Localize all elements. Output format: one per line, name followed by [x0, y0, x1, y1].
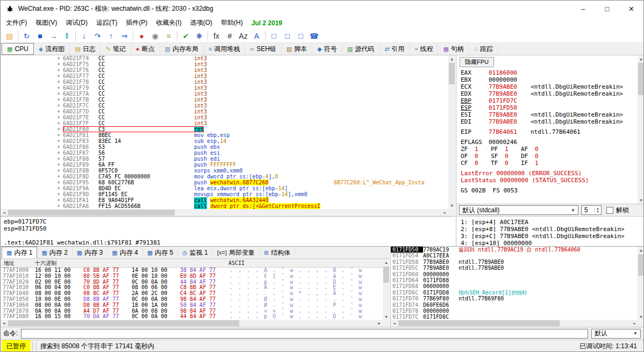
restart-button[interactable]: ↻	[20, 30, 33, 42]
command-input[interactable]	[21, 329, 588, 339]
breakpoint-dot[interactable]: ●	[54, 203, 63, 209]
scroll-right-icon[interactable]: ►	[441, 209, 448, 216]
tab-struct[interactable]: ⊞结构体	[260, 247, 295, 258]
disasm-row[interactable]: ●6AD21FA6FF15 ACD5566Bcall dword ptr ds:…	[1, 203, 448, 209]
breakpoint-dot[interactable]: ●	[54, 79, 63, 85]
stepper-arrows-icon[interactable]: ▲▼	[594, 207, 601, 213]
scrollbar-thumb[interactable]	[398, 320, 560, 326]
disasm-row[interactable]: ●6AD21F8B0F57C0xorps xmm0,xmm0	[1, 168, 448, 174]
menu-item[interactable]: 视图(V)	[31, 17, 61, 29]
breakpoint-dot[interactable]: ●	[54, 126, 63, 132]
register-line[interactable]: ZF1PF1AF0	[461, 146, 636, 153]
stack-row[interactable]: 0171FD5077B9AC19返回到 ntdll.77B9AC19 自 ntd…	[391, 247, 638, 253]
scroll-up-icon[interactable]: ▲	[638, 55, 644, 62]
menu-item[interactable]: 追踪(T)	[92, 17, 121, 29]
register-line[interactable]: EDX77B9ABE0<ntdll.DbgUiRemoteBreakin>	[461, 90, 636, 97]
minimize-button[interactable]: –	[571, 1, 595, 17]
disasm-row[interactable]: ●6AD21F78CCint3	[1, 79, 448, 85]
scroll-up-icon[interactable]: ▲	[383, 259, 390, 266]
unlock-checkbox[interactable]	[606, 207, 613, 214]
breakpoint-dot[interactable]: ●	[54, 114, 63, 120]
disasm-row[interactable]: ●6AD21F9D0F1145 ECmovups xmmword ptr ss:…	[1, 191, 448, 197]
breakpoint-dot[interactable]: ●	[54, 168, 63, 174]
tab-dump-3[interactable]: ▦内存 3	[73, 247, 108, 258]
stack-row[interactable]: 0171FD7800000000	[391, 308, 638, 314]
disasm-row[interactable]: ●6AD21F7ECCint3	[1, 114, 448, 120]
scroll-up-icon[interactable]: ▲	[638, 247, 644, 254]
tab-trace[interactable]: ∴跟踪	[469, 43, 498, 55]
menu-item[interactable]: 调试(D)	[61, 17, 92, 29]
tab-dump-4[interactable]: ▦内存 4	[108, 247, 142, 258]
register-line[interactable]: ECX77B9ABE0<ntdll.DbgUiRemoteBreakin>	[461, 83, 636, 90]
tab-handles[interactable]: ▦句柄	[438, 43, 469, 55]
disasm-row[interactable]: ●6AD21FA1E8 9A04D1FFcall wechatwin.6AA32…	[1, 197, 448, 203]
menu-item[interactable]: 帮助(H)	[217, 17, 247, 29]
register-line[interactable]: EIP77B64061ntdll.77B64061	[461, 128, 636, 135]
disasm-vertical-scrollbar[interactable]: ▲ ▼	[448, 55, 455, 209]
memory-vertical-scrollbar[interactable]: ▲ ▼	[383, 259, 390, 320]
run-to-user-code-button[interactable]: ⇒	[118, 30, 131, 42]
breakpoint-dot[interactable]: ●	[54, 61, 63, 67]
disasm-row[interactable]: ●6AD21F8DC745 FC 00000000mov dword ptr s…	[1, 174, 448, 179]
memory-row[interactable]: 77AF106008 00 0A 00D8 8B AF 7718 00 1A 0…	[1, 303, 390, 308]
disasm-row[interactable]: ●6AD21F7BCCint3	[1, 97, 448, 103]
breakpoint-dot[interactable]: ●	[54, 103, 63, 109]
stack-horizontal-scrollbar[interactable]: ◄ ►	[391, 320, 638, 327]
disasm-row[interactable]: ●6AD21F77CCint3	[1, 73, 448, 79]
disasm-row[interactable]: ●6AD21F7DCCint3	[1, 109, 448, 114]
argument-count-stepper[interactable]: 5 ▲▼	[581, 205, 602, 215]
stack-row[interactable]: 0171FD7077B69F80ntdll.77B69F80	[391, 296, 638, 301]
disasm-row[interactable]: ●6AD21F7ACCint3	[1, 91, 448, 97]
close-button[interactable]: ✕	[619, 1, 643, 17]
scrollbar-thumb[interactable]	[638, 63, 644, 95]
hide-fpu-button[interactable]: 隐藏FPU	[460, 57, 494, 67]
registers-scrollbar[interactable]: ▲ ▼	[638, 55, 644, 204]
menu-item[interactable]: 插件(P)	[121, 17, 152, 29]
breakpoint-dot[interactable]: ●	[54, 132, 63, 138]
argument-line[interactable]: 2: [esp+8] 77B9ABE0 <ntdll.DbgUiRemoteBr…	[461, 226, 638, 233]
argument-line[interactable]: 1: [esp+4] A0C17EEA	[461, 219, 638, 226]
disasm-horizontal-scrollbar[interactable]: ◄ ►	[1, 209, 448, 216]
tab-dump-2[interactable]: ▦内存 2	[37, 247, 72, 258]
tab-breakpoints[interactable]: ●断点	[131, 43, 160, 55]
register-line[interactable]: LastError 00000000 (ERROR_SUCCESS)	[461, 170, 636, 177]
breakpoint-dot[interactable]: ●	[54, 150, 63, 156]
register-line[interactable]: EBX00000000	[461, 76, 636, 83]
stack-row[interactable]: 0171FD74D60FE6D6	[391, 302, 638, 308]
disasm-row[interactable]: ●6AD21F80C3ret	[1, 126, 448, 132]
breakpoint-dot[interactable]: ●	[54, 138, 63, 144]
breakpoint-dot[interactable]: ●	[54, 185, 63, 191]
disasm-row[interactable]: ●6AD21F9568 60C2776Bpush wechatwin.6B77C…	[1, 179, 448, 185]
register-line[interactable]: ESI77B9ABE0<ntdll.DbgUiRemoteBreakin>	[461, 111, 636, 118]
disasm-row[interactable]: ●6AD21F8756push esi	[1, 150, 448, 156]
maximize-button[interactable]: □	[595, 1, 619, 17]
disasm-row[interactable]: ●6AD21F8653push ebx	[1, 144, 448, 150]
scroll-right-icon[interactable]: ►	[376, 320, 383, 327]
scrollbar-thumb[interactable]	[638, 254, 644, 276]
menu-item[interactable]: 文件(F)	[2, 17, 31, 29]
tab-references[interactable]: ⇄引用	[380, 43, 410, 55]
tab-graph[interactable]: ◈流程图	[34, 43, 70, 55]
tab-call-stack[interactable]: ≡调用堆栈	[204, 43, 245, 55]
scroll-up-icon[interactable]: ▲	[448, 55, 455, 62]
scrollbar-thumb[interactable]	[8, 210, 175, 215]
breakpoint-dot[interactable]: ●	[54, 85, 63, 91]
disasm-row[interactable]: ●6AD21F75CCint3	[1, 61, 448, 67]
register-line[interactable]: EDI77B9ABE0<ntdll.DbgUiRemoteBreakin>	[461, 118, 636, 125]
tab-dump-1[interactable]: ▦内存 1	[2, 247, 37, 258]
stack-row[interactable]: 0171FD54A0C17EEA	[391, 253, 638, 258]
stop-button[interactable]: ■	[33, 30, 47, 42]
memory-row[interactable]: 77AF101012 00 10 0080 5B AF 770E 00 10 0…	[1, 274, 390, 279]
menu-item[interactable]: 选项(O)	[186, 17, 217, 29]
command-mode-select[interactable]: 默认 ▼	[591, 329, 641, 339]
disasm-row[interactable]: ●6AD21F7CCCint3	[1, 103, 448, 109]
scrollbar-thumb[interactable]	[8, 320, 239, 326]
disasm-row[interactable]: ●6AD21F74CCint3	[1, 55, 448, 61]
log-button[interactable]: ≡	[162, 30, 175, 42]
run-button[interactable]: →	[47, 30, 60, 42]
stack-vertical-scrollbar[interactable]: ▲ ▼	[638, 247, 644, 320]
argument-line[interactable]: 3: [esp+C] 77B9ABE0 <ntdll.DbgUiRemoteBr…	[461, 233, 638, 240]
register-line[interactable]: EAX01186000	[461, 69, 636, 76]
register-line[interactable]: EFLAGS00000246	[461, 139, 636, 146]
disasm-row[interactable]: ●6AD21F79CCint3	[1, 85, 448, 91]
